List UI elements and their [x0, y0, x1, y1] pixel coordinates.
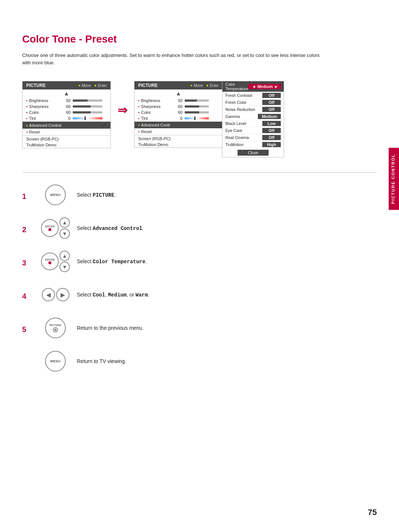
popup-row-gamma: Gamma Medium	[222, 113, 284, 120]
menu-button-icon: MENU	[45, 184, 66, 205]
menu-button-icon-2: MENU	[45, 351, 66, 372]
return-button-icon: RETURN	[45, 318, 66, 338]
popup-row-eye-care: Eye Care Off	[222, 127, 284, 134]
step-6-icon-col: MENU	[41, 351, 70, 372]
step-4-text: Select Cool, Medium, or Warm.	[70, 292, 377, 298]
step-3-row: 3 ENTER ▲ ▼	[22, 250, 377, 272]
step-2-text: Select Advanced Control.	[70, 225, 377, 231]
popup-close-button[interactable]: Close	[238, 150, 269, 156]
right-menu-header: PICTURE ⚭ Move ✦ Enter	[134, 81, 222, 89]
step-3-number: 3	[22, 259, 26, 267]
diagrams-row: PICTURE ⚭ Move ✦ Enter ▲ • Brightness 50	[22, 81, 377, 157]
step-5-text: Return to the previous menu.	[70, 325, 377, 331]
left-menu-tint: • Tint 0	[23, 115, 110, 121]
step-1-text: Select PICTURE.	[70, 192, 377, 198]
left-picture-menu: PICTURE ⚭ Move ✦ Enter ▲ • Brightness 50	[22, 81, 111, 148]
left-menu-header: PICTURE ⚭ Move ✦ Enter	[23, 81, 110, 89]
down-arrow-icon-2: ▼	[59, 262, 70, 272]
left-menu-reset[interactable]: • Reset	[23, 129, 110, 135]
arrow-between: ⇒	[117, 103, 127, 117]
left-menu-screen-rgb: Screen (RGB-PC)	[23, 136, 110, 142]
left-menu-sharpness: • Sharpness 60	[23, 104, 110, 109]
popup-row-trumotion: TruMotion High	[222, 141, 284, 148]
popup-row-black-level: Black Level Low	[222, 120, 284, 127]
left-menu-arrow: ▲	[23, 89, 110, 98]
page-title: Color Tone - Preset	[22, 33, 377, 45]
step-2-icon-col: ENTER ▲ ▼	[41, 217, 70, 239]
step-2-row: 2 ENTER ▲ ▼	[22, 217, 377, 239]
step-1-number: 1	[22, 193, 26, 200]
step-5-number: 5	[22, 326, 26, 333]
right-menu-trumotion: TruMotion Demo	[134, 142, 222, 148]
left-menu-brightness: • Brightness 50	[23, 98, 110, 104]
popup-row-fresh-contrast: Fresh Contrast Off	[222, 92, 284, 99]
popup-menu: Color Temperature ◄ Medium ► Fresh Contr…	[222, 81, 284, 157]
step-3-text: Select Color Temperature.	[70, 258, 377, 265]
right-menu-reset[interactable]: • Reset	[134, 129, 222, 135]
step-2-number: 2	[22, 226, 26, 233]
step-6-row: MENU Return to TV viewing.	[22, 350, 377, 372]
right-menu-screen-rgb: Screen (RGB-PC)	[134, 136, 222, 142]
page-description: Choose one of three automatic color adju…	[22, 52, 325, 66]
step-6-text: Return to TV viewing.	[70, 358, 377, 364]
right-arrow-icon: ▶	[56, 288, 69, 301]
right-menu-title: PICTURE	[138, 83, 158, 88]
page-container: PICTURE CONTROL Color Tone - Preset Choo…	[0, 0, 399, 532]
step-4-row: 4 ◀ ▶ Select Cool, Medium, or Warm.	[22, 284, 377, 306]
right-menu-brightness: • Brightness 50	[134, 98, 222, 104]
right-menu-color: • Color 60	[134, 109, 222, 115]
step-5-icon-col: RETURN	[41, 318, 70, 338]
popup-row-real-cinema: Real Cinema Off	[222, 134, 284, 141]
page-number: 75	[368, 508, 377, 517]
right-picture-menu: PICTURE ⚭ Move ✦ Enter ▲ • Brightness 50	[134, 81, 223, 148]
right-menu-advanced-control[interactable]: • Advanced Contr	[134, 122, 222, 128]
sidebar-tab: PICTURE CONTROL	[389, 148, 399, 210]
popup-row-fresh-color: Fresh Color Off	[222, 99, 284, 106]
popup-close-row: Close	[222, 148, 284, 157]
enter-button-icon-2: ENTER	[41, 253, 59, 270]
up-arrow-icon: ▲	[59, 217, 70, 228]
left-arrow-icon: ◀	[42, 288, 55, 301]
section-divider	[22, 172, 377, 173]
enter-button-icon: ENTER	[41, 219, 59, 237]
step-1-row: 1 MENU Select PICTURE.	[22, 184, 377, 206]
step-5-row: 5 RETURN Return to the previous menu.	[22, 317, 377, 339]
left-menu-trumotion: TruMotion Demo	[23, 142, 110, 148]
step-3-icon-col: ENTER ▲ ▼	[41, 251, 70, 272]
right-diagram: PICTURE ⚭ Move ✦ Enter ▲ • Brightness 50	[134, 81, 284, 157]
step-4-number: 4	[22, 292, 26, 300]
steps-section: 1 MENU Select PICTURE. 2 ENTER	[22, 184, 377, 372]
right-menu-arrow: ▲	[134, 89, 222, 98]
step-1-icon-col: MENU	[41, 184, 70, 205]
left-menu-color: • Color 60	[23, 109, 110, 115]
left-menu-nav-hint: ⚭ Move ✦ Enter	[78, 84, 107, 88]
popup-header-color-temperature: Color Temperature ◄ Medium ►	[222, 81, 284, 92]
left-menu-advanced-control[interactable]: • Advanced Control ⚫	[23, 122, 110, 129]
down-arrow-icon: ▼	[59, 228, 70, 239]
up-arrow-icon-2: ▲	[59, 251, 70, 261]
step-4-icon-col: ◀ ▶	[41, 288, 70, 301]
right-menu-sharpness: • Sharpness 60	[134, 104, 222, 109]
left-menu-title: PICTURE	[26, 83, 46, 88]
popup-row-noise-reduction: Noise Reduction Off	[222, 106, 284, 113]
right-menu-tint: • Tint 0	[134, 115, 222, 121]
right-menu-nav-hint: ⚭ Move ✦ Enter	[190, 84, 219, 88]
